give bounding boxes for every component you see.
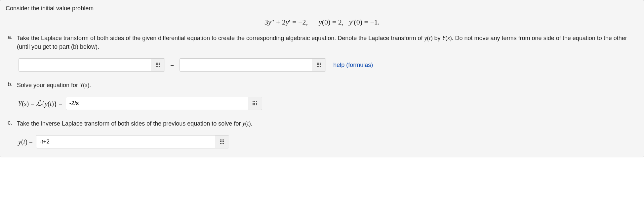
part-a-rhs-wrap xyxy=(179,58,326,72)
part-c: c. Take the inverse Laplace transform of… xyxy=(15,119,638,148)
svg-rect-18 xyxy=(253,101,254,102)
svg-rect-6 xyxy=(156,66,157,67)
part-a-answer-row: = help (formulas) xyxy=(18,58,638,72)
part-c-answer-row: y(t) = xyxy=(18,135,638,148)
svg-rect-29 xyxy=(223,139,224,140)
equals-sign: = xyxy=(170,61,174,69)
svg-rect-32 xyxy=(223,141,224,142)
parts-list: a. Take the Laplace transform of both si… xyxy=(6,34,638,148)
part-a-lhs-wrap xyxy=(18,58,165,72)
intro-text: Consider the initial value problem xyxy=(6,5,638,12)
svg-rect-35 xyxy=(223,143,224,144)
svg-rect-15 xyxy=(317,66,318,67)
svg-rect-11 xyxy=(320,63,321,64)
keypad-button[interactable] xyxy=(312,59,326,71)
part-c-input[interactable] xyxy=(36,135,215,148)
part-a-marker: a. xyxy=(8,34,13,41)
part-c-marker: c. xyxy=(8,119,12,126)
part-b-text: Solve your equation for Y(s). xyxy=(17,81,638,89)
svg-rect-3 xyxy=(156,64,157,65)
svg-rect-23 xyxy=(256,103,257,104)
svg-rect-19 xyxy=(254,101,255,102)
svg-rect-12 xyxy=(317,64,318,65)
part-a-text-2: by xyxy=(432,35,442,41)
part-b-marker: b. xyxy=(8,81,13,88)
part-a: a. Take the Laplace transform of both si… xyxy=(15,34,638,72)
part-c-input-wrap xyxy=(36,135,229,148)
problem-container: Consider the initial value problem 3y″ +… xyxy=(0,0,644,157)
part-c-prefix: y(t) = xyxy=(18,138,33,146)
part-b-prefix: Y(s) = ℒ{y(t)} = xyxy=(18,99,62,108)
grid-icon xyxy=(316,62,322,68)
math-Ys-b: Y xyxy=(80,82,83,88)
svg-rect-14 xyxy=(320,64,321,65)
part-b-text-1: Solve your equation for xyxy=(17,82,80,88)
part-a-lhs-input[interactable] xyxy=(19,59,151,71)
svg-rect-31 xyxy=(221,141,222,142)
svg-rect-20 xyxy=(256,101,257,102)
part-c-text-2: . xyxy=(251,120,252,127)
keypad-button[interactable] xyxy=(215,135,229,148)
svg-rect-30 xyxy=(220,141,221,142)
svg-rect-5 xyxy=(159,64,160,65)
svg-rect-13 xyxy=(318,64,319,65)
svg-rect-26 xyxy=(256,104,257,105)
keypad-button[interactable] xyxy=(248,97,262,110)
svg-rect-21 xyxy=(253,103,254,104)
svg-rect-9 xyxy=(317,63,318,64)
svg-rect-8 xyxy=(159,66,160,67)
svg-rect-1 xyxy=(157,63,158,64)
svg-rect-27 xyxy=(220,139,221,140)
svg-rect-4 xyxy=(157,64,158,65)
svg-rect-24 xyxy=(253,104,254,105)
part-b-input-wrap xyxy=(66,97,262,110)
svg-rect-16 xyxy=(318,66,319,67)
svg-rect-2 xyxy=(159,63,160,64)
svg-rect-10 xyxy=(318,63,319,64)
svg-rect-17 xyxy=(320,66,321,67)
part-b-input[interactable] xyxy=(66,97,248,110)
keypad-button[interactable] xyxy=(151,59,165,71)
display-equation: 3y″ + 2y′ = −2, y(0) = 2, y′(0) = −1. xyxy=(6,18,638,27)
part-c-text: Take the inverse Laplace transform of bo… xyxy=(17,119,638,128)
part-a-text: Take the Laplace transform of both sides… xyxy=(17,34,638,51)
part-a-text-1: Take the Laplace transform of both sides… xyxy=(17,35,424,41)
svg-rect-22 xyxy=(254,103,255,104)
grid-icon xyxy=(220,139,225,144)
svg-rect-25 xyxy=(254,104,255,105)
grid-icon xyxy=(252,101,258,106)
svg-rect-7 xyxy=(157,66,158,67)
svg-rect-34 xyxy=(221,143,222,144)
part-a-rhs-input[interactable] xyxy=(180,59,312,71)
math-Ys: Y xyxy=(442,35,445,41)
part-c-text-1: Take the inverse Laplace transform of bo… xyxy=(17,120,242,127)
svg-rect-0 xyxy=(156,63,157,64)
svg-rect-28 xyxy=(221,139,222,140)
help-formulas-link[interactable]: help (formulas) xyxy=(333,62,373,69)
svg-rect-33 xyxy=(220,143,221,144)
grid-icon xyxy=(155,62,161,68)
part-b-text-2: . xyxy=(89,82,91,88)
part-b-answer-row: Y(s) = ℒ{y(t)} = xyxy=(18,97,638,110)
part-b: b. Solve your equation for Y(s). Y(s) = … xyxy=(15,81,638,110)
